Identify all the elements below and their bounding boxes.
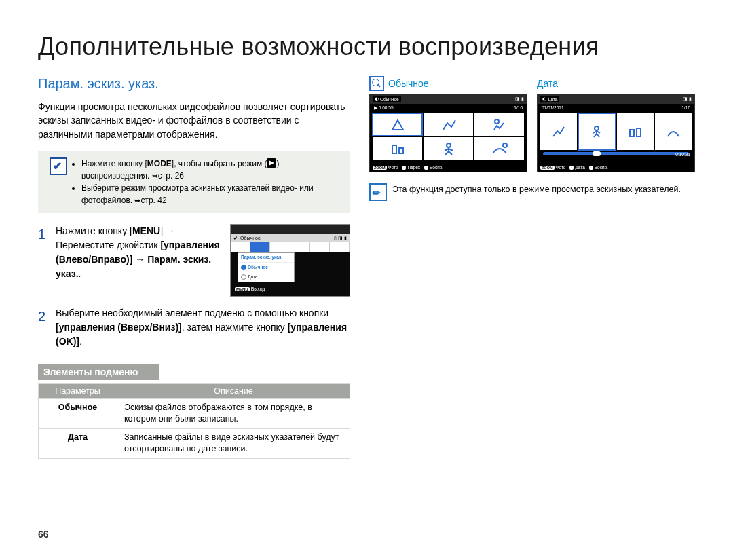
step-number: 1 — [38, 224, 49, 299]
svg-point-5 — [595, 126, 599, 130]
page-title: Дополнительные возможности воспроизведен… — [38, 33, 695, 61]
pencil-icon: ✎ — [369, 183, 387, 201]
svg-rect-6 — [630, 130, 634, 136]
note-bullet: Выберите режим просмотра эскизных указат… — [81, 182, 342, 206]
page-number: 66 — [38, 529, 49, 540]
section-heading: Парам. эскиз. указ. — [38, 76, 350, 92]
menu-screenshot: ✔Обычное▯ ◨ ▮ Парам. эскиз. указ. Обычно… — [230, 224, 350, 297]
submenu-table: ПараметрыОписание ОбычноеЭскизы файлов о… — [38, 383, 350, 459]
note-bullet: Нажмите кнопку [MODE], чтобы выбрать реж… — [81, 157, 342, 182]
view-label-date: Дата — [537, 78, 695, 89]
right-column: Обычное Дата ◐ Обычное◨ ▮ ▶ 0:00:551/10 — [369, 76, 695, 459]
note-box: ✔ Нажмите кнопку [MODE], чтобы выбрать р… — [38, 151, 350, 213]
step-number: 2 — [38, 306, 49, 349]
screen-date: ◐ Дата◨ ▮ 01/01/20111/10 0:10:31 ZOOMФот… — [537, 94, 695, 172]
availability-note: ✎ Эта функция доступна только в режиме п… — [369, 183, 695, 201]
svg-point-0 — [495, 119, 499, 124]
intro-text: Функция просмотра нескольких видеофайлов… — [38, 100, 350, 141]
magnifier-icon — [369, 76, 384, 91]
step: 1 ✔Обычное▯ ◨ ▮ Парам. эскиз. указ. Обыч… — [38, 224, 350, 299]
left-column: Парам. эскиз. указ. Функция просмотра не… — [38, 76, 350, 459]
svg-rect-1 — [392, 145, 396, 153]
table-header: Описание — [117, 383, 350, 398]
svg-rect-7 — [637, 128, 641, 136]
submenu-heading: Элементы подменю — [38, 364, 159, 380]
screen-normal: ◐ Обычное◨ ▮ ▶ 0:00:551/10 ZOOMФото◦Пере… — [369, 94, 527, 172]
play-icon — [267, 158, 276, 168]
table-row: ОбычноеЭскизы файлов отображаются в том … — [39, 398, 350, 428]
svg-point-3 — [447, 143, 451, 147]
svg-rect-2 — [399, 148, 403, 153]
table-row: ДатаЗаписанные файлы в виде эскизных ука… — [39, 428, 350, 458]
table-header: Параметры — [39, 383, 117, 398]
menu-popup: Парам. эскиз. указ. Обычное Дата — [238, 252, 295, 282]
manual-page: Дополнительные возможности воспроизведен… — [0, 0, 733, 560]
step: 2 Выберите необходимый элемент подменю с… — [38, 306, 350, 349]
check-icon: ✔ — [50, 157, 67, 175]
view-label-normal: Обычное — [369, 76, 527, 91]
svg-point-4 — [503, 143, 507, 147]
